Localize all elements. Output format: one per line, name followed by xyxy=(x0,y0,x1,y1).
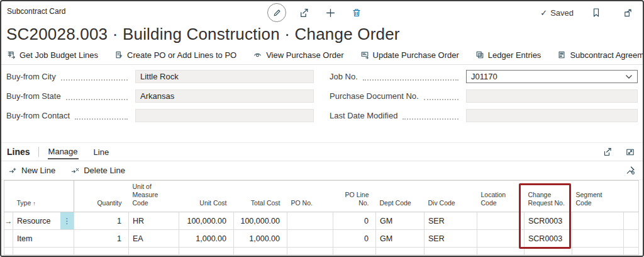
cell-segment-code[interactable] xyxy=(572,230,624,248)
page-title: SC20028.003 · Building Construction · Ch… xyxy=(6,25,400,44)
cell-po-no[interactable] xyxy=(287,230,333,248)
cell-po-line-no[interactable]: 0 xyxy=(333,230,376,248)
column-header-location-code[interactable]: Location Code xyxy=(477,181,525,212)
cell-quantity[interactable]: 1 xyxy=(74,212,129,230)
buy-from-state-input[interactable]: Arkansas xyxy=(135,89,314,103)
cell-location-code[interactable] xyxy=(477,230,525,248)
delete-line-button[interactable]: Delete Line xyxy=(70,166,125,175)
new-record-button[interactable] xyxy=(321,4,339,21)
cell-po-no[interactable] xyxy=(287,212,333,230)
edit-button[interactable] xyxy=(267,3,286,22)
cell-total-cost[interactable]: 1,000.00 xyxy=(234,230,287,248)
action-ledger-entries[interactable]: Ledger Entries xyxy=(475,50,541,60)
action-subcontract-agreement[interactable]: Subcontract Agreement xyxy=(557,50,644,60)
job-no-dropdown[interactable]: J01170 xyxy=(466,70,638,83)
row-menu-icon: ⋮ xyxy=(64,217,71,226)
dotted-leader xyxy=(363,76,458,81)
row-menu-button[interactable]: ⋮ xyxy=(60,212,74,229)
lines-table: Type↑ Quantity Unit of Measure Code Unit… xyxy=(4,180,639,255)
cell-location-code[interactable] xyxy=(477,212,525,230)
share-icon xyxy=(299,8,309,18)
action-label: Create PO or Add Lines to PO xyxy=(127,50,236,60)
cell-uom[interactable]: HR xyxy=(129,212,179,230)
pin-icon xyxy=(626,166,635,175)
cell-dept-code[interactable]: GM xyxy=(376,212,425,230)
fields-right-column: Job No. J01170 Purchase Document No. Las… xyxy=(330,67,638,125)
table-row: → Resource ⋮ 1 HR 100,000.00 100,000.00 … xyxy=(4,212,639,230)
page-bottom-strip xyxy=(1,255,643,256)
buy-from-contact-input[interactable] xyxy=(135,109,314,122)
bookmark-button[interactable] xyxy=(587,4,605,21)
cell-type[interactable]: Resource ⋮ xyxy=(13,212,74,230)
cell-po-line-no[interactable]: 0 xyxy=(333,212,376,230)
cell-unit-cost[interactable]: 100,000.00 xyxy=(179,212,234,230)
dotted-leader xyxy=(61,76,128,81)
cell-unit-cost[interactable]: 1,000.00 xyxy=(179,230,234,248)
delete-line-label: Delete Line xyxy=(84,166,125,175)
field-label: Buy-from State xyxy=(6,91,61,101)
action-label: Update Purchase Order xyxy=(373,50,459,60)
action-update-purchase-order[interactable]: Update Purchase Order xyxy=(360,50,459,60)
column-header-change-request-no[interactable]: Change Request No. xyxy=(525,181,572,212)
divider xyxy=(38,147,39,157)
delete-record-button[interactable] xyxy=(348,4,365,21)
column-header-dept-code[interactable]: Dept Code xyxy=(376,181,425,212)
open-in-new-window-button[interactable] xyxy=(619,4,636,21)
section-gap xyxy=(1,123,643,142)
action-label: Ledger Entries xyxy=(488,50,541,60)
cell-quantity[interactable]: 1 xyxy=(74,230,129,248)
action-get-job-budget-lines[interactable]: Get Job Budget Lines xyxy=(7,50,98,60)
new-line-icon xyxy=(8,166,18,175)
column-header-segment-code[interactable]: Segment Code xyxy=(572,181,624,212)
fields-left-column: Buy-from City Little Rock Buy-from State… xyxy=(6,67,314,125)
new-line-label: New Line xyxy=(21,166,55,175)
tab-manage[interactable]: Manage xyxy=(48,144,79,159)
budget-lines-icon xyxy=(7,50,16,59)
share-button[interactable] xyxy=(295,4,313,21)
focus-mode-button[interactable] xyxy=(624,146,636,158)
column-header-po-no[interactable]: PO No. xyxy=(287,181,333,212)
column-header-div-code[interactable]: Div Code xyxy=(425,181,477,212)
ledger-entries-icon xyxy=(475,50,484,59)
cell-total-cost[interactable]: 100,000.00 xyxy=(234,212,287,230)
cell-uom[interactable]: EA xyxy=(129,230,179,248)
lines-section-header: Lines Manage Line xyxy=(1,142,643,161)
delete-line-icon xyxy=(70,166,80,175)
column-header-total-cost[interactable]: Total Cost xyxy=(234,181,287,212)
field-label: Purchase Document No. xyxy=(330,91,419,101)
column-header-type[interactable]: Type↑ xyxy=(13,181,74,212)
column-header-po-line-no[interactable]: PO Line No. xyxy=(333,181,376,212)
empty-row xyxy=(4,248,639,255)
column-header-unit-cost[interactable]: Unit Cost xyxy=(179,181,234,212)
new-line-button[interactable]: New Line xyxy=(8,166,55,175)
buy-from-city-input[interactable]: Little Rock xyxy=(135,70,314,83)
dotted-leader xyxy=(424,96,458,100)
field-label: Job No. xyxy=(330,72,358,81)
action-create-po[interactable]: Create PO or Add Lines to PO xyxy=(114,50,236,60)
unpin-pane-button[interactable] xyxy=(624,164,636,177)
column-header-unit-of-measure[interactable]: Unit of Measure Code xyxy=(129,181,179,212)
cell-dept-code[interactable]: GM xyxy=(376,230,425,248)
save-status-label: Saved xyxy=(550,8,574,18)
cell-type[interactable]: Item xyxy=(13,230,74,248)
last-date-modified-input[interactable] xyxy=(466,109,638,122)
trash-icon xyxy=(352,8,362,18)
share-lines-button[interactable] xyxy=(601,146,614,158)
action-label: Subcontract Agreement xyxy=(570,50,644,60)
action-view-purchase-order[interactable]: View Purchase Order xyxy=(253,50,343,60)
chevron-down-icon xyxy=(625,74,633,79)
column-header-quantity[interactable]: Quantity xyxy=(74,181,129,212)
dotted-leader xyxy=(75,115,128,120)
purchase-document-no-input[interactable] xyxy=(466,89,638,103)
cell-change-request-no[interactable]: SCR0003 xyxy=(525,212,572,230)
cell-filler xyxy=(624,212,639,230)
agreement-icon xyxy=(557,50,566,59)
field-purchase-document-no: Purchase Document No. xyxy=(330,86,638,106)
tab-line[interactable]: Line xyxy=(93,145,110,159)
cell-change-request-no[interactable]: SCR0003 xyxy=(525,230,572,248)
cell-segment-code[interactable] xyxy=(572,212,624,230)
cell-div-code[interactable]: SER xyxy=(425,230,477,248)
dotted-leader xyxy=(66,96,128,100)
cell-div-code[interactable]: SER xyxy=(425,212,477,230)
save-status-area: ✓ Saved xyxy=(540,4,636,21)
